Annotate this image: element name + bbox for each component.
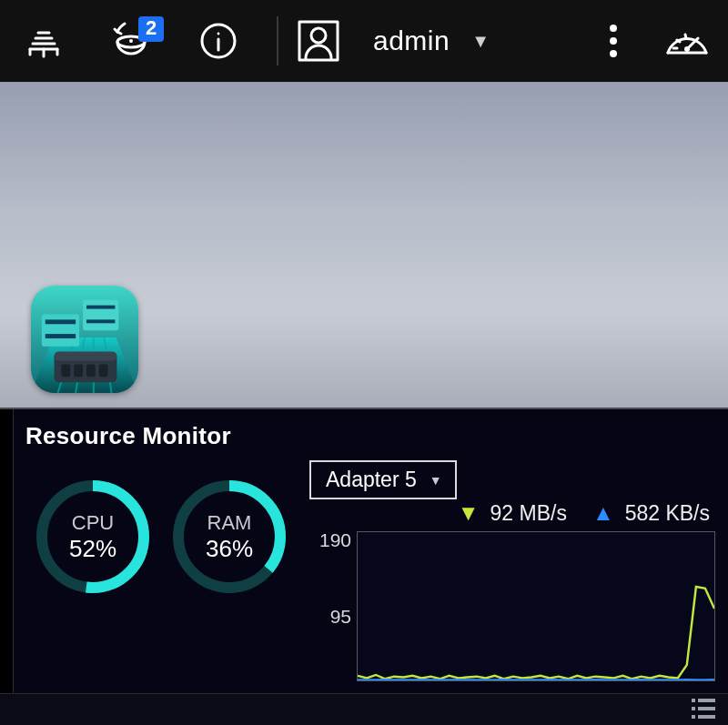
desktop-area[interactable]	[0, 82, 728, 408]
svg-point-1	[129, 39, 133, 43]
chevron-down-icon: ▼	[430, 473, 442, 488]
dashboard-button[interactable]	[0, 0, 87, 82]
user-name: admin	[373, 25, 450, 56]
svg-rect-20	[46, 319, 76, 324]
cpu-label: CPU	[69, 511, 116, 535]
network-chart[interactable]	[357, 531, 715, 681]
svg-rect-33	[698, 707, 715, 710]
network-chart-wrap: 190 95	[309, 531, 715, 681]
svg-rect-32	[692, 707, 695, 710]
svg-point-3	[217, 33, 220, 35]
adapter-selected-label: Adapter 5	[326, 468, 417, 492]
disk-status-button[interactable]: 2	[87, 0, 175, 82]
svg-point-6	[610, 25, 617, 32]
chart-y-axis: 190 95	[309, 531, 357, 681]
panel-footer	[0, 693, 728, 725]
topbar: 2 admin ▼	[0, 0, 728, 82]
svg-rect-31	[698, 699, 715, 702]
ram-gauge[interactable]: RAM 36%	[169, 477, 289, 597]
svg-rect-24	[61, 365, 70, 378]
cpu-gauge[interactable]: CPU 52%	[33, 477, 153, 597]
gauges: CPU 52% RAM 36%	[33, 477, 289, 597]
topbar-divider	[277, 16, 278, 65]
system-performance-button[interactable]	[646, 0, 728, 82]
notification-badge: 2	[138, 16, 164, 42]
svg-rect-34	[692, 715, 695, 719]
ram-label: RAM	[206, 511, 253, 535]
upload-rate: 582 KB/s	[625, 501, 710, 526]
svg-rect-18	[86, 319, 115, 323]
svg-rect-26	[86, 365, 96, 378]
upload-arrow-icon: ▲	[592, 500, 614, 526]
y-tick-95: 95	[330, 606, 351, 628]
svg-rect-21	[46, 334, 76, 338]
info-button[interactable]	[175, 0, 262, 82]
svg-point-5	[311, 28, 326, 43]
chevron-down-icon: ▼	[471, 31, 490, 52]
cpu-value: 52%	[69, 535, 116, 563]
svg-rect-30	[692, 699, 695, 702]
svg-rect-25	[74, 365, 83, 378]
storage-manager-app-icon[interactable]	[31, 286, 138, 393]
svg-rect-16	[83, 300, 118, 330]
svg-rect-27	[99, 365, 108, 378]
svg-point-8	[610, 50, 617, 57]
list-view-button[interactable]	[692, 699, 715, 722]
panel-left-rail	[0, 409, 14, 694]
ram-value: 36%	[206, 535, 253, 563]
user-menu[interactable]: admin ▼	[373, 25, 490, 56]
network-block: Adapter 5 ▼ ▼ 92 MB/s ▲ 582 KB/s 190 95	[309, 460, 715, 681]
adapter-select[interactable]: Adapter 5 ▼	[309, 460, 457, 499]
more-menu-button[interactable]	[581, 0, 646, 82]
svg-point-7	[610, 37, 617, 45]
svg-rect-17	[86, 306, 115, 309]
svg-rect-35	[698, 715, 715, 719]
network-rates: ▼ 92 MB/s ▲ 582 KB/s	[458, 500, 710, 526]
svg-rect-19	[42, 314, 79, 346]
series-download	[358, 587, 714, 679]
y-tick-190: 190	[319, 529, 351, 551]
panel-title: Resource Monitor	[25, 422, 231, 450]
download-rate: 92 MB/s	[490, 501, 567, 526]
resource-monitor-panel: Resource Monitor CPU 52% RAM 36%	[0, 408, 728, 725]
download-arrow-icon: ▼	[458, 500, 480, 526]
notification-count: 2	[146, 16, 157, 39]
user-icon[interactable]	[286, 0, 351, 82]
svg-rect-23	[55, 352, 117, 361]
